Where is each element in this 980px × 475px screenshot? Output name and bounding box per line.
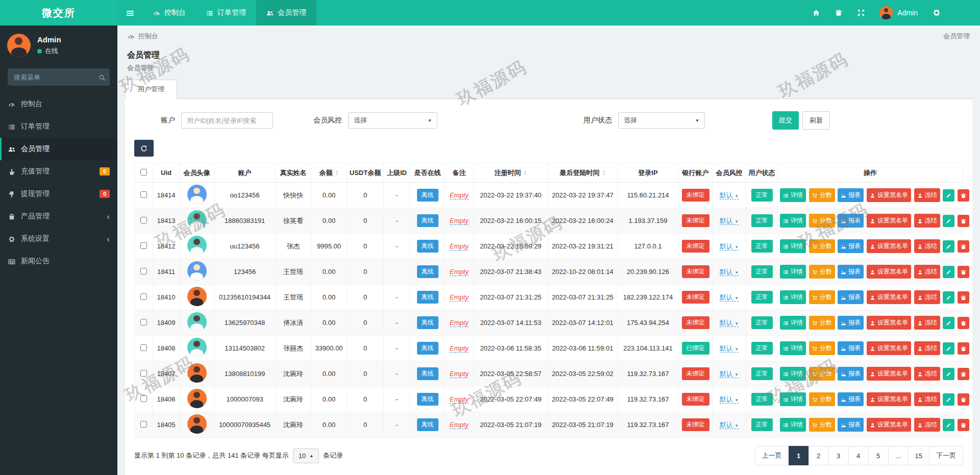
edit-button[interactable] (943, 240, 954, 253)
score-button[interactable]: 分数 (809, 367, 835, 381)
sidebar-item-recharge[interactable]: 充值管理 0 (0, 160, 117, 183)
score-button[interactable]: 分数 (809, 316, 835, 330)
submit-button[interactable]: 提交 (772, 111, 799, 130)
score-button[interactable]: 分数 (809, 188, 835, 202)
blacklist-button[interactable]: 设置黑名单 (867, 367, 911, 381)
page-size-select[interactable]: 10 ▲ (293, 448, 319, 463)
risk-control-link[interactable]: 默认 ▼ (720, 242, 739, 251)
delete-button[interactable] (958, 215, 969, 227)
home-icon[interactable] (805, 0, 827, 26)
status-select[interactable]: 选择 ▼ (618, 112, 705, 129)
detail-button[interactable]: 详情 (780, 341, 806, 355)
select-all-checkbox[interactable] (140, 169, 147, 176)
freeze-button[interactable]: 冻结 (914, 188, 940, 202)
remark-editable-link[interactable]: Empty (450, 344, 469, 353)
risk-select[interactable]: 选择 ▼ (348, 112, 437, 129)
blacklist-button[interactable]: 设置黑名单 (867, 341, 911, 355)
edit-button[interactable] (943, 266, 954, 278)
report-button[interactable]: 报表 (838, 265, 864, 279)
risk-control-link[interactable]: 默认 ▼ (720, 191, 739, 199)
sidebar-item-members[interactable]: 会员管理 (0, 138, 117, 160)
row-checkbox[interactable] (140, 293, 147, 300)
edit-button[interactable] (943, 419, 954, 431)
blacklist-button[interactable]: 设置黑名单 (867, 188, 911, 202)
delete-button[interactable] (958, 393, 969, 406)
row-checkbox[interactable] (140, 191, 147, 198)
blacklist-button[interactable]: 设置黑名单 (867, 392, 911, 406)
remark-editable-link[interactable]: Empty (450, 421, 469, 429)
sidebar-item-settings[interactable]: 系统设置 ‹ (0, 228, 117, 250)
report-button[interactable]: 报表 (838, 214, 864, 228)
row-checkbox[interactable] (140, 344, 147, 351)
remark-editable-link[interactable]: Empty (450, 370, 469, 378)
pagination-button[interactable]: 上一页 (755, 446, 789, 465)
score-button[interactable]: 分数 (809, 239, 835, 253)
sidebar-item-withdraw[interactable]: 提现管理 0 (0, 183, 117, 205)
nav-item-dashboard[interactable]: 控制台 (143, 0, 196, 26)
row-checkbox[interactable] (140, 242, 147, 249)
delete-button[interactable] (958, 240, 969, 253)
row-checkbox[interactable] (140, 319, 147, 326)
detail-button[interactable]: 详情 (780, 290, 806, 304)
edit-button[interactable] (943, 291, 954, 304)
refresh-button[interactable]: 刷新 (802, 111, 830, 130)
account-search-input[interactable] (181, 112, 273, 129)
freeze-button[interactable]: 冻结 (914, 239, 940, 253)
risk-control-link[interactable]: 默认 ▼ (720, 217, 739, 225)
delete-button[interactable] (958, 266, 969, 278)
report-button[interactable]: 报表 (838, 367, 864, 381)
delete-button[interactable] (958, 368, 969, 380)
row-checkbox[interactable] (140, 217, 147, 223)
user-menu[interactable]: Admin (872, 6, 925, 19)
detail-button[interactable]: 详情 (780, 316, 806, 330)
edit-button[interactable] (943, 393, 954, 406)
remark-editable-link[interactable]: Empty (450, 268, 469, 276)
row-checkbox[interactable] (140, 268, 147, 274)
delete-button[interactable] (958, 419, 969, 431)
risk-control-link[interactable]: 默认 ▼ (720, 293, 739, 302)
risk-control-link[interactable]: 默认 ▼ (720, 370, 739, 378)
score-button[interactable]: 分数 (809, 392, 835, 406)
freeze-button[interactable]: 冻结 (914, 214, 940, 228)
trash-icon[interactable] (827, 0, 850, 26)
brand-logo[interactable]: 微交所 (0, 0, 117, 26)
row-checkbox[interactable] (140, 421, 147, 428)
detail-button[interactable]: 详情 (780, 188, 806, 202)
detail-button[interactable]: 详情 (780, 214, 806, 228)
detail-button[interactable]: 详情 (780, 239, 806, 253)
report-button[interactable]: 报表 (838, 316, 864, 330)
fullscreen-icon[interactable] (850, 0, 872, 26)
delete-button[interactable] (958, 317, 969, 329)
freeze-button[interactable]: 冻结 (914, 265, 940, 279)
sidebar-item-products[interactable]: 产品管理 ‹ (0, 205, 117, 228)
score-button[interactable]: 分数 (809, 265, 835, 279)
row-checkbox[interactable] (140, 395, 147, 402)
freeze-button[interactable]: 冻结 (914, 392, 940, 406)
tab-user-management[interactable]: 用户管理 (125, 80, 177, 99)
gears-icon[interactable] (925, 0, 948, 26)
blacklist-button[interactable]: 设置黑名单 (867, 290, 911, 304)
report-button[interactable]: 报表 (838, 418, 864, 432)
pagination-button[interactable]: 1 (789, 446, 809, 465)
blacklist-button[interactable]: 设置黑名单 (867, 418, 911, 432)
freeze-button[interactable]: 冻结 (914, 418, 940, 432)
edit-button[interactable] (943, 368, 954, 380)
remark-editable-link[interactable]: Empty (450, 217, 469, 225)
table-reload-button[interactable] (134, 140, 154, 157)
sort-icon[interactable]: ▲▼ (335, 170, 339, 176)
sidebar-item-orders[interactable]: 订单管理 (0, 115, 117, 138)
remark-editable-link[interactable]: Empty (450, 293, 469, 302)
edit-button[interactable] (943, 189, 954, 202)
row-checkbox[interactable] (140, 370, 147, 377)
delete-button[interactable] (958, 342, 969, 355)
score-button[interactable]: 分数 (809, 290, 835, 304)
breadcrumb-dashboard-link[interactable]: 控制台 (138, 32, 158, 41)
sort-icon[interactable]: ▲▼ (602, 170, 606, 176)
detail-button[interactable]: 详情 (780, 418, 806, 432)
delete-button[interactable] (958, 291, 969, 304)
risk-control-link[interactable]: 默认 ▼ (720, 268, 739, 276)
remark-editable-link[interactable]: Empty (450, 242, 469, 251)
edit-button[interactable] (943, 215, 954, 227)
detail-button[interactable]: 详情 (780, 392, 806, 406)
nav-item-orders[interactable]: 订单管理 (196, 0, 256, 26)
